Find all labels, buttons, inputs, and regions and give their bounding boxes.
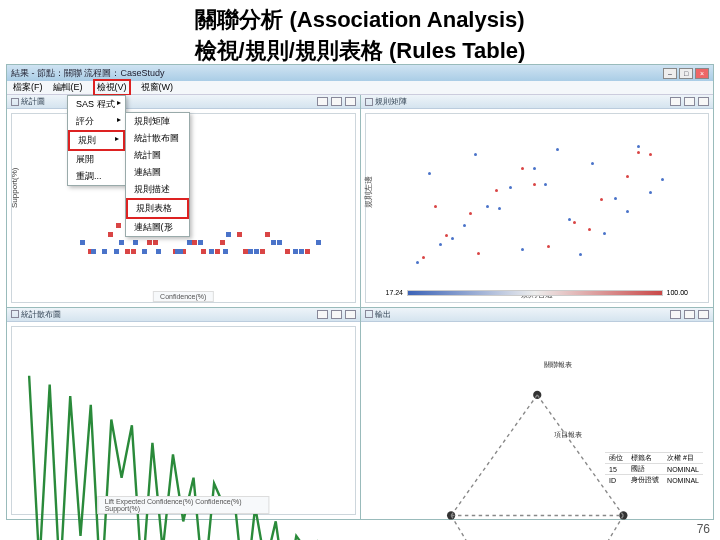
output-table: 函位標籤名次權 #目 15國語NOMINAL ID身份證號NOMINAL [605,452,703,485]
close-button[interactable]: × [695,68,709,79]
pane-close-icon[interactable] [698,97,709,106]
pin-icon[interactable] [365,98,373,106]
svg-point-0 [533,390,541,398]
sm-desc[interactable]: 規則描述 [126,181,189,198]
sm-scatter[interactable]: 統計散布圖 [126,130,189,147]
svg-line-5 [451,394,537,515]
pane-max-icon[interactable] [684,97,695,106]
pane-close-icon[interactable] [345,310,356,319]
pane-min-icon[interactable] [317,310,328,319]
pane-bl-title: 統計散布圖 [21,309,314,320]
sm-link[interactable]: 連結圖 [126,164,189,181]
sm-stat[interactable]: 統計圖 [126,147,189,164]
pane-rule-matrix: 規則矩陣 規則左邊 規則右邊 17.24 100.00 [361,95,714,307]
dd-score[interactable]: 評分 [68,113,125,130]
sm-linkshape[interactable]: 連結圖(形 [126,219,189,236]
output-plot[interactable]: 關聯報表 項目報表 函位標籤名次權 #目 15國語NOMINAL ID身份證號N… [365,326,710,516]
minimize-button[interactable]: – [663,68,677,79]
line-plot[interactable]: 規則數目 Lift Expected Confidence(%) Confide… [11,326,356,516]
tr-ylabel: 規則左邊 [362,176,373,208]
grad-max: 100.00 [667,289,688,296]
maximize-button[interactable]: □ [679,68,693,79]
app-title: 結果 - 節點：關聯 流程圖：CaseStudy [11,67,165,80]
pane-min-icon[interactable] [317,97,328,106]
bl-legend: Lift Expected Confidence(%) Confidence(%… [98,496,269,514]
pane-close-icon[interactable] [698,310,709,319]
tl-ylabel: Support(%) [10,167,19,207]
dd-rules[interactable]: 規則 [68,130,125,151]
menubar: 檔案(F) 編輯(E) 檢視(V) 視窗(W) SAS 程式 評分 規則 展開 … [7,81,713,95]
svg-line-7 [451,515,503,540]
pane-max-icon[interactable] [331,310,342,319]
slide-title: 關聯分析 (Association Analysis) [0,0,720,36]
pane-min-icon[interactable] [670,310,681,319]
menu-window[interactable]: 視窗(W) [141,81,174,94]
dd-sas[interactable]: SAS 程式 [68,96,125,113]
pane-close-icon[interactable] [345,97,356,106]
menu-file[interactable]: 檔案(F) [13,81,43,94]
menu-edit[interactable]: 編輯(E) [53,81,83,94]
sm-table[interactable]: 規則表格 [126,198,189,219]
sm-matrix[interactable]: 規則矩陣 [126,113,189,130]
color-gradient: 17.24 100.00 [386,288,689,298]
tl-legend: Confidence(%) [153,291,213,302]
pin-icon[interactable] [11,310,19,318]
dd-expand[interactable]: 展開 [68,151,125,168]
app-window: 結果 - 節點：關聯 流程圖：CaseStudy – □ × 檔案(F) 編輯(… [6,64,714,520]
pane-scatter: 統計散布圖 規則數目 Lift Expected Confidence(%) C… [7,308,360,520]
pane-min-icon[interactable] [670,97,681,106]
grad-min: 17.24 [386,289,404,296]
svg-point-2 [619,511,627,519]
pane-br-title: 輸出 [375,309,668,320]
dd-resize[interactable]: 重調... [68,168,125,185]
svg-line-8 [571,515,623,540]
matrix-plot[interactable]: 規則左邊 規則右邊 17.24 100.00 [365,113,710,303]
network-svg [365,326,710,541]
net-label-1: 關聯報表 [544,360,572,370]
pane-max-icon[interactable] [684,310,695,319]
pane-max-icon[interactable] [331,97,342,106]
pane-tl-title: 統計圖 [21,96,314,107]
pane-tr-title: 規則矩陣 [375,96,668,107]
pane-output: 輸出 關聯報表 項目報表 [361,308,714,520]
pin-icon[interactable] [365,310,373,318]
view-dropdown: SAS 程式 評分 規則 展開 重調... 規則矩陣 統計散布圖 統計圖 連結圖… [67,95,126,186]
pin-icon[interactable] [11,98,19,106]
menu-view[interactable]: 檢視(V) [93,79,131,96]
rules-submenu: 規則矩陣 統計散布圖 統計圖 連結圖 規則描述 規則表格 連結圖(形 [125,112,190,237]
net-label-2: 項目報表 [554,430,582,440]
